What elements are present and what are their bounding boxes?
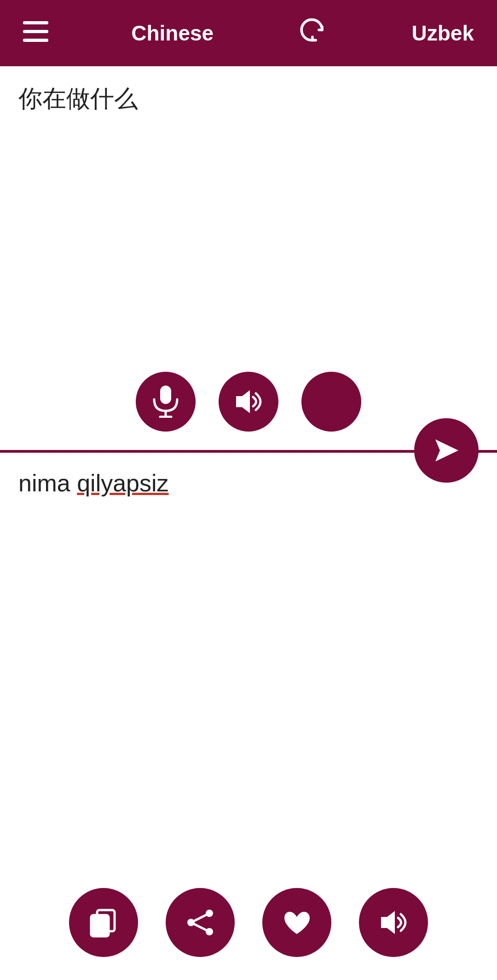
- app-header: Chinese Uzbek: [0, 0, 497, 66]
- volume-button[interactable]: [359, 888, 428, 957]
- speaker-button[interactable]: [219, 372, 278, 432]
- svg-marker-6: [236, 390, 250, 413]
- svg-marker-9: [435, 439, 458, 461]
- svg-line-16: [191, 913, 209, 922]
- copy-button[interactable]: [69, 888, 138, 957]
- translated-text: nima qilyapsiz: [18, 469, 479, 497]
- swap-languages-icon[interactable]: [296, 14, 329, 52]
- menu-icon[interactable]: [23, 21, 48, 46]
- source-text[interactable]: 你在做什么: [18, 83, 479, 115]
- source-text-panel: 你在做什么: [0, 66, 497, 453]
- svg-line-8: [323, 393, 341, 411]
- translated-text-underlined: qilyapsiz: [77, 470, 168, 496]
- translated-text-plain: nima: [18, 470, 77, 496]
- top-controls: [0, 372, 497, 432]
- svg-marker-18: [381, 911, 395, 934]
- svg-rect-11: [91, 915, 109, 936]
- top-panel-wrapper: 你在做什么: [0, 66, 497, 453]
- svg-line-7: [323, 393, 341, 411]
- target-language-label[interactable]: Uzbek: [412, 21, 474, 46]
- send-button[interactable]: [414, 418, 479, 483]
- favorite-button[interactable]: [262, 888, 331, 957]
- target-text-panel: nima qilyapsiz: [0, 453, 497, 980]
- source-language-label[interactable]: Chinese: [131, 21, 214, 46]
- bottom-controls: [0, 888, 497, 957]
- clear-button[interactable]: [301, 372, 361, 432]
- share-button[interactable]: [166, 888, 235, 957]
- svg-rect-3: [160, 386, 171, 404]
- svg-rect-0: [23, 21, 48, 24]
- svg-rect-2: [23, 39, 48, 42]
- microphone-button[interactable]: [136, 372, 196, 432]
- svg-line-17: [191, 922, 209, 932]
- svg-rect-1: [23, 30, 48, 33]
